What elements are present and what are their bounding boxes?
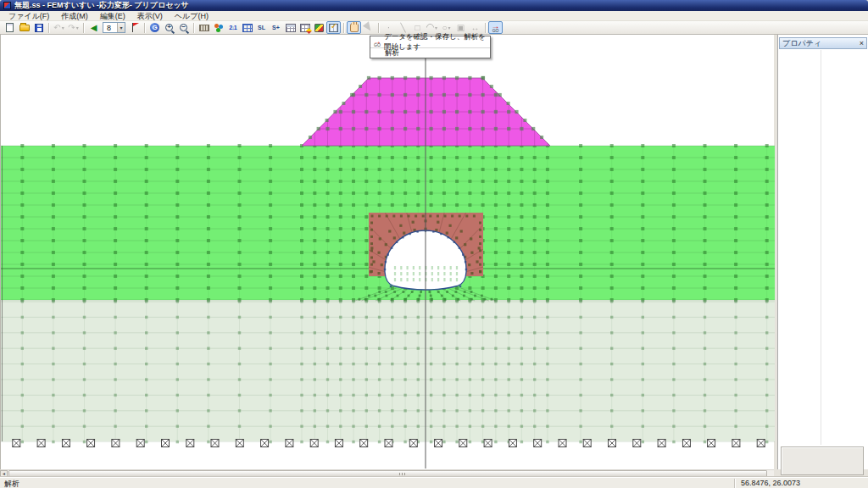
chevron-down-icon[interactable]: ▾ <box>117 23 125 32</box>
fixed-support-symbol <box>658 440 665 447</box>
toolbar-separator <box>48 23 49 33</box>
fixed-support-symbol <box>360 440 368 447</box>
scroll-left-arrow-icon[interactable]: ◄ <box>0 470 8 477</box>
property-panel: プロパティ × <box>777 35 868 469</box>
horizontal-scrollbar[interactable]: ◄ <box>0 469 774 477</box>
boundary-sl-button[interactable]: SL <box>254 21 269 34</box>
fixed-support-symbol <box>162 440 170 447</box>
global-view-button[interactable]: G <box>147 21 162 34</box>
fixed-support-symbol <box>757 440 765 447</box>
mesh-grid-button[interactable] <box>240 21 254 34</box>
element-table-button[interactable] <box>283 21 298 34</box>
analysis-go-icon: →GO <box>373 38 381 47</box>
attribute-table-button[interactable] <box>298 21 312 34</box>
fixed-support-symbol <box>682 440 690 447</box>
fixed-support-symbol <box>62 440 70 447</box>
new-file-button[interactable] <box>3 21 17 34</box>
fixed-support-symbol <box>236 440 243 447</box>
property-panel-footer-box <box>781 446 864 475</box>
step-value: 8 <box>103 24 117 32</box>
save-icon <box>35 24 43 32</box>
element-table-icon <box>286 24 296 32</box>
menu-bar: ファイル(F)作成(M)編集(E)表示(V)ヘルプ(H) <box>0 11 868 21</box>
status-command: 解析 <box>4 479 19 488</box>
goto-flag-button[interactable] <box>127 21 142 34</box>
analysis-tooltip: →GO データを確認・保存し、解析を開始します 解析 <box>370 36 491 58</box>
toolbar-separator <box>378 23 379 33</box>
pan-hand-button[interactable] <box>347 21 361 34</box>
pan-hand-icon <box>350 23 359 32</box>
renumber-icon: 2↓1 <box>229 24 236 32</box>
open-file-button[interactable] <box>17 21 31 34</box>
fixed-support-symbol <box>286 440 293 447</box>
fixed-support-symbol <box>186 440 194 447</box>
fixed-support-symbol <box>484 440 492 447</box>
property-panel-header: プロパティ × <box>779 37 867 49</box>
renumber-button[interactable]: 2↓1 <box>225 21 240 34</box>
fixed-support-symbol <box>211 440 219 447</box>
analysis-icon: →GO <box>492 23 500 32</box>
menu-item-1[interactable]: 作成(M) <box>55 11 94 21</box>
goto-flag-icon <box>131 23 139 32</box>
chevron-down-icon[interactable]: ▾ <box>448 25 451 30</box>
subsoil-layer-region[interactable] <box>1 300 775 441</box>
menu-item-2[interactable]: 編集(E) <box>94 11 131 21</box>
fixed-support-symbol <box>112 440 120 447</box>
redo-button[interactable]: ↷▾ <box>66 21 81 34</box>
fixed-support-symbol <box>732 440 740 447</box>
step-combo-box[interactable]: 8▾ <box>103 22 125 33</box>
menu-item-3[interactable]: 表示(V) <box>131 11 169 21</box>
undo-button[interactable]: ↶▾ <box>52 21 66 34</box>
app-icon <box>3 2 11 9</box>
zoom-out-button[interactable]: − <box>176 21 191 34</box>
menu-item-0[interactable]: ファイル(F) <box>3 11 55 21</box>
redo-icon: ↷ <box>68 24 75 32</box>
measure-button[interactable] <box>197 21 211 34</box>
mesh-grid-icon <box>242 24 253 32</box>
chevron-down-icon[interactable]: ▾ <box>76 25 79 30</box>
fixed-support-symbol <box>509 440 516 447</box>
draw-circle-icon: ○ <box>442 24 447 32</box>
toolbar-separator <box>83 23 84 33</box>
tooltip-description: データを確認・保存し、解析を開始します <box>384 32 487 53</box>
fixed-support-symbol <box>385 440 392 447</box>
fixed-support-symbol <box>559 440 566 447</box>
status-bar: 解析 56.8476, 26.0073 <box>0 477 868 488</box>
open-file-icon <box>19 25 30 31</box>
save-button[interactable] <box>31 21 46 34</box>
mesh-canvas[interactable] <box>1 35 775 469</box>
global-view-icon: G <box>150 23 159 32</box>
attribute-table-icon <box>300 24 310 32</box>
title-bar: 無題.ss - FEMすいすい -応力変形- プリプロセッサ <box>0 0 868 11</box>
close-icon[interactable]: × <box>860 40 864 47</box>
chevron-down-icon[interactable]: ▾ <box>62 25 64 30</box>
fixed-support-symbol <box>708 440 715 447</box>
select-cursor-button[interactable] <box>361 21 376 34</box>
menu-item-4[interactable]: ヘルプ(H) <box>169 11 214 21</box>
fixed-support-symbol <box>335 440 342 447</box>
data-check-button[interactable] <box>326 21 341 34</box>
paint-region-button[interactable] <box>312 21 326 34</box>
scrollbar-thumb[interactable] <box>8 470 767 477</box>
spring-support-icon: S+ <box>272 24 280 32</box>
analysis-button[interactable]: →GO <box>488 21 503 34</box>
dimension-icon: ↔ <box>471 24 480 32</box>
undo-icon: ↶ <box>53 24 60 32</box>
step-back-button[interactable]: ◀ <box>86 21 101 34</box>
model-canvas[interactable]: →GO データを確認・保存し、解析を開始します 解析 <box>0 35 774 469</box>
fixed-support-symbol <box>409 440 417 447</box>
zoom-in-button[interactable]: + <box>162 21 176 34</box>
fixed-support-symbol <box>136 440 144 447</box>
step-combo[interactable]: 8▾ <box>101 21 127 34</box>
zoom-in-icon: + <box>165 24 173 31</box>
chevron-down-icon[interactable]: ▾ <box>435 25 437 30</box>
fixed-support-symbol <box>583 440 591 447</box>
workspace: →GO データを確認・保存し、解析を開始します 解析 プロパティ × <box>0 35 868 469</box>
fixed-support-symbol <box>609 440 616 447</box>
region-palette-button[interactable] <box>211 21 225 34</box>
step-back-icon: ◀ <box>91 24 97 32</box>
spring-support-button[interactable]: S+ <box>269 21 283 34</box>
fixed-support-symbol <box>435 440 442 447</box>
fixed-support-symbol <box>633 440 641 447</box>
region-palette-icon <box>214 23 224 32</box>
